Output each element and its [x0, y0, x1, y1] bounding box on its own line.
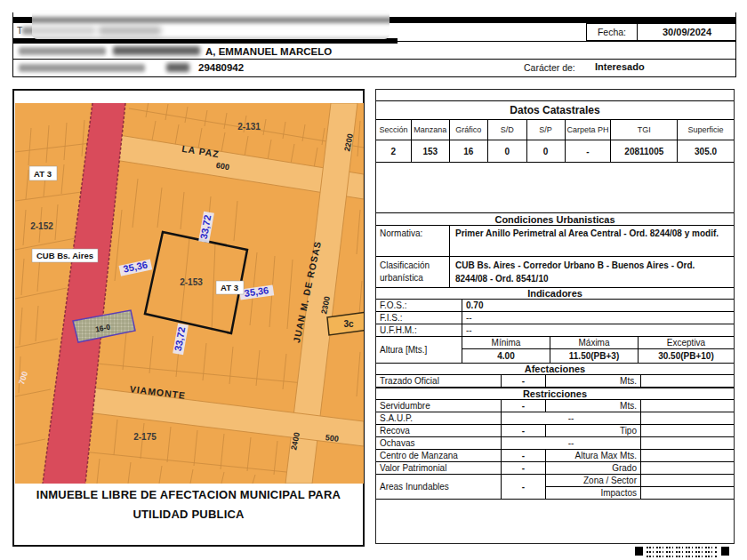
altura-header-minima: Mínima	[462, 337, 550, 348]
svg-text:CUB Bs. Aires: CUB Bs. Aires	[36, 251, 93, 260]
datos-catastrales-values: 2 153 16 0 0 - 20811005 305.0	[376, 140, 734, 162]
altura-value-maxima: 11.50(PB+3)	[550, 349, 639, 363]
recova-label: Recova	[376, 425, 502, 436]
cadastral-map: 3c 2-131 2-152 2-153 2-175 LA PAZ 600 22…	[15, 103, 364, 484]
map-note: INMUEBLE LIBRE DE AFECTACION MUNICIPAL P…	[20, 485, 357, 524]
col-header: Carpeta PH	[566, 120, 612, 140]
fos-row: F.O.S.: 0.70	[376, 300, 734, 312]
afectaciones-title: Afectaciones	[376, 363, 734, 375]
trazado-extra	[641, 375, 734, 387]
saup-extra	[641, 412, 734, 424]
centro-label: Centro de Manzana	[376, 450, 502, 461]
areas-row: Areas Inundables - Zona / Sector Impacto…	[376, 475, 734, 500]
recova-value: -	[502, 425, 546, 436]
tag-cub: CUB Bs. Aires	[32, 249, 98, 262]
fecha-label: Fecha:	[587, 24, 638, 40]
altura-value-minima: 4.00	[462, 349, 550, 363]
altura-header-maxima: Máxima	[550, 337, 639, 348]
redacted-doc-type	[166, 63, 189, 72]
block-2-131: 2-131	[237, 122, 261, 132]
col-header: S/P	[527, 120, 566, 140]
barcode	[633, 545, 731, 557]
recova-row: Recova - Tipo	[376, 425, 734, 437]
clasificacion-value: CUB Bs. Aires - Corredor Urbano B - Buen…	[450, 257, 734, 287]
caracter-value: Interesado	[595, 61, 645, 72]
centro-extra	[641, 450, 734, 461]
name-value: A, EMMANUEL MARCELO	[205, 46, 332, 57]
redacted-name-prefix	[113, 46, 200, 55]
areas-unit-impactos: Impactos	[546, 487, 640, 499]
fecha-box: Fecha: 30/09/2024	[586, 23, 736, 41]
barcode-finder-left	[633, 545, 645, 557]
svg-text:AT 3: AT 3	[34, 169, 52, 179]
datos-catastrales-table: Datos Catastrales Sección Manzana Gráfic…	[376, 100, 734, 163]
cell-carpeta: -	[566, 140, 612, 162]
servidumbre-value: -	[502, 400, 546, 412]
recova-extra	[641, 425, 734, 436]
servidumbre-row: Servidumbre - Mts.	[376, 400, 734, 412]
fis-row: F.I.S.: --	[376, 312, 734, 324]
clasificacion-row: Clasificación urbanística CUB Bs. Aires …	[376, 257, 734, 287]
trazado-value: -	[502, 375, 546, 387]
block-2-153: 2-153	[180, 277, 203, 287]
centro-value: -	[502, 450, 546, 461]
header-row-name: A, EMMANUEL MARCELO	[13, 44, 735, 59]
ochavas-row: Ochavas --	[376, 437, 734, 450]
saup-row: S.A.U.P. --	[376, 412, 734, 425]
datos-catastrales-headers: Sección Manzana Gráfico S/D S/P Carpeta …	[376, 120, 734, 140]
trazado-label: Trazado Oficial	[376, 375, 502, 387]
cell-sp: 0	[527, 140, 566, 162]
areas-label: Areas Inundables	[376, 475, 502, 499]
altura-row: Altura [Mts.] Mínima Máxima Exceptiva 4.…	[376, 337, 734, 363]
block-2-175: 2-175	[133, 432, 157, 442]
redaction-smudge	[32, 10, 390, 39]
valor-label: Valor Patrimonial	[376, 462, 502, 474]
cell-superficie: 305.0	[678, 140, 734, 162]
redacted-name-label	[19, 47, 106, 55]
trazado-unit: Mts.	[546, 375, 641, 387]
areas-extra-1	[641, 475, 734, 487]
col-header: S/D	[488, 120, 527, 140]
servidumbre-extra	[641, 400, 734, 412]
normativa-label: Normativa:	[376, 226, 450, 256]
normativa-value: Primer Anillo Perimetral al Area Central…	[450, 226, 734, 256]
altura-header-exceptiva: Exceptiva	[639, 337, 734, 348]
cell-manzana: 153	[412, 140, 450, 162]
indicadores-title: Indicadores	[376, 287, 734, 300]
valor-extra	[641, 462, 734, 474]
svg-text:AT 3: AT 3	[221, 283, 238, 292]
normativa-row: Normativa: Primer Anillo Perimetral al A…	[376, 226, 734, 257]
fis-value: --	[462, 312, 734, 324]
tag-at3-west: AT 3	[29, 166, 57, 180]
servidumbre-unit: Mts.	[546, 400, 641, 412]
ochavas-label: Ochavas	[376, 437, 502, 449]
map-panel: 3c 2-131 2-152 2-153 2-175 LA PAZ 600 22…	[12, 89, 365, 547]
tag-at3-center: AT 3	[216, 281, 244, 294]
document-page: T Fecha: 30/09/2024 A, EMMANUEL MARCELO …	[0, 0, 747, 560]
col-header: TGI	[611, 120, 678, 140]
recova-unit: Tipo	[546, 425, 641, 436]
street-number-500: 500	[325, 433, 339, 444]
barcode-finder-right	[719, 545, 731, 557]
header: T Fecha: 30/09/2024 A, EMMANUEL MARCELO …	[12, 12, 736, 77]
centro-row: Centro de Manzana - Altura Max Mts.	[376, 450, 734, 462]
servidumbre-label: Servidumbre	[376, 400, 502, 412]
caracter-label: Carácter de:	[524, 62, 575, 73]
trazado-row: Trazado Oficial - Mts.	[376, 375, 734, 388]
fos-label: F.O.S.:	[376, 300, 462, 311]
ochavas-value: --	[502, 437, 641, 449]
cell-tgi: 20811005	[611, 140, 678, 162]
condiciones-title: Condiciones Urbanisticas	[376, 212, 734, 226]
saup-value: --	[502, 412, 641, 424]
data-panel: Datos Catastrales Sección Manzana Gráfic…	[375, 89, 735, 544]
valor-unit: Grado	[546, 462, 641, 474]
valor-row: Valor Patrimonial - Grado	[376, 462, 734, 475]
clasificacion-label: Clasificación urbanística	[376, 257, 450, 287]
fecha-value: 30/09/2024	[638, 24, 736, 40]
tag-3c-label: 3c	[343, 319, 354, 329]
valor-value: -	[502, 462, 546, 474]
header-row-document: 29480942 Carácter de: Interesado	[13, 60, 735, 76]
areas-extra-2	[641, 487, 734, 499]
redacted-doc-label	[19, 64, 145, 72]
barcode-stripes	[647, 545, 718, 557]
